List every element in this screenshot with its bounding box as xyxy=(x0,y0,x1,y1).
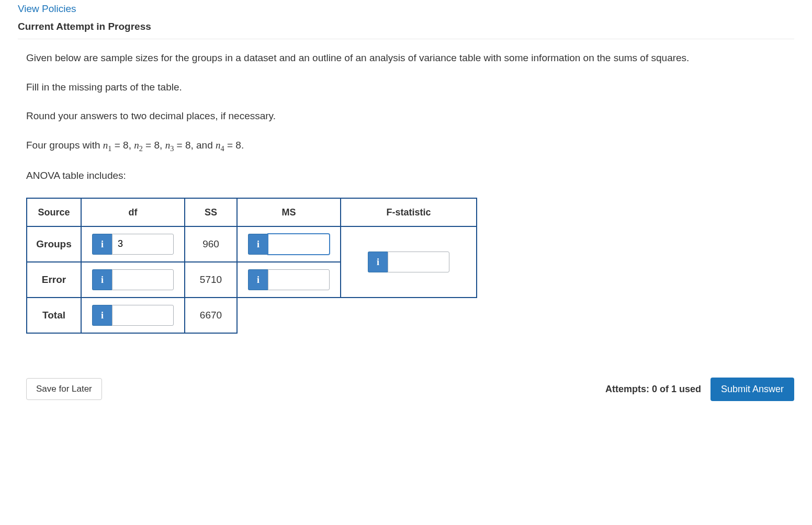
section-title: Current Attempt in Progress xyxy=(18,19,794,39)
info-icon[interactable]: i xyxy=(92,305,112,326)
save-for-later-button[interactable]: Save for Later xyxy=(26,378,102,400)
th-f: F-statistic xyxy=(341,198,477,226)
th-ss: SS xyxy=(185,198,237,226)
info-icon[interactable]: i xyxy=(92,269,112,290)
cell-groups-ms: i xyxy=(237,226,341,262)
cell-total-df: i xyxy=(81,298,185,333)
input-error-ms[interactable] xyxy=(268,269,330,290)
submit-answer-button[interactable]: Submit Answer xyxy=(710,378,794,401)
info-icon[interactable]: i xyxy=(248,234,268,255)
input-f-stat[interactable] xyxy=(388,252,449,272)
info-icon[interactable]: i xyxy=(92,234,112,255)
input-error-df[interactable] xyxy=(112,269,174,290)
row-total-label: Total xyxy=(27,298,81,333)
cell-groups-df: i xyxy=(81,226,185,262)
info-icon[interactable]: i xyxy=(248,269,268,290)
cell-total-ss: 6670 xyxy=(185,298,237,333)
question-p1: Given below are sample sizes for the gro… xyxy=(26,51,794,65)
cell-groups-ss: 960 xyxy=(185,226,237,262)
input-groups-ms[interactable] xyxy=(268,234,330,255)
row-groups-label: Groups xyxy=(27,226,81,262)
question-p2: Fill in the missing parts of the table. xyxy=(26,80,794,95)
question-text: Given below are sample sizes for the gro… xyxy=(18,51,794,401)
cell-error-ms: i xyxy=(237,262,341,298)
th-df: df xyxy=(81,198,185,226)
row-error-label: Error xyxy=(27,262,81,298)
question-p3: Round your answers to two decimal places… xyxy=(26,109,794,123)
th-ms: MS xyxy=(237,198,341,226)
question-p4: Four groups with n1 = 8, n2 = 8, n3 = 8,… xyxy=(26,138,794,154)
info-icon[interactable]: i xyxy=(368,252,388,272)
input-groups-df[interactable] xyxy=(112,234,174,255)
cell-error-df: i xyxy=(81,262,185,298)
cell-error-ss: 5710 xyxy=(185,262,237,298)
view-policies-link[interactable]: View Policies xyxy=(18,0,76,19)
th-source: Source xyxy=(27,198,81,226)
attempts-label: Attempts: 0 of 1 used xyxy=(605,382,701,396)
anova-table: Source df SS MS F-statistic Groups i 960 xyxy=(26,198,477,334)
cell-f-stat: i xyxy=(341,226,477,298)
input-total-df[interactable] xyxy=(112,305,174,326)
question-p5: ANOVA table includes: xyxy=(26,168,794,183)
